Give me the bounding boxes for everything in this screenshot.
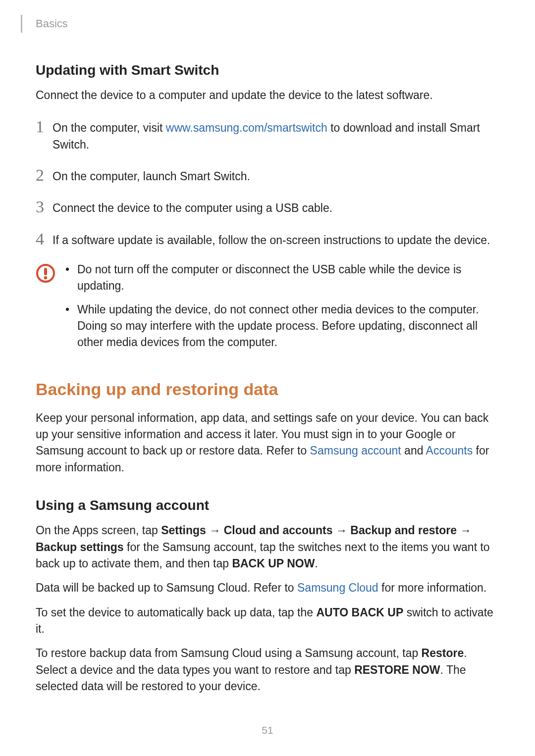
- t: On the Apps screen, tap: [36, 524, 161, 537]
- step-text: If a software update is available, follo…: [53, 230, 490, 249]
- cloud-accounts-label: Cloud and accounts: [224, 524, 333, 537]
- step-number: 4: [36, 230, 53, 248]
- caution-list: • Do not turn off the computer or discon…: [65, 261, 499, 358]
- page-content: Basics Updating with Smart Switch Connec…: [0, 0, 535, 695]
- samsung-account-link[interactable]: Samsung account: [310, 444, 401, 457]
- t: →: [457, 524, 471, 537]
- header-tick: [21, 15, 22, 33]
- settings-label: Settings: [161, 524, 206, 537]
- step-text: On the computer, launch Smart Switch.: [53, 166, 250, 185]
- t: To restore backup data from Samsung Clou…: [36, 647, 422, 659]
- steps-list: 1 On the computer, visit www.samsung.com…: [36, 117, 499, 249]
- step-1-pre: On the computer, visit: [53, 121, 166, 134]
- step-3: 3 Connect the device to the computer usi…: [36, 198, 499, 216]
- step-2: 2 On the computer, launch Smart Switch.: [36, 166, 499, 185]
- samsung-p3: To set the device to automatically back …: [36, 605, 499, 638]
- samsung-p1: On the Apps screen, tap Settings → Cloud…: [36, 522, 499, 572]
- subheading-smart-switch: Updating with Smart Switch: [36, 62, 499, 78]
- auto-back-up-label: AUTO BACK UP: [316, 606, 403, 619]
- breadcrumb: Basics: [36, 17, 68, 30]
- step-text: Connect the device to the computer using…: [53, 198, 332, 216]
- restore-now-label: RESTORE NOW: [354, 663, 440, 676]
- bullet-icon: •: [65, 302, 77, 318]
- t: and: [401, 444, 426, 457]
- backup-settings-label: Backup settings: [36, 541, 124, 554]
- svg-rect-1: [44, 268, 47, 275]
- section-heading-backup: Backing up and restoring data: [36, 380, 499, 399]
- step-number: 3: [36, 198, 53, 216]
- accounts-link[interactable]: Accounts: [426, 444, 473, 457]
- backup-intro: Keep your personal information, app data…: [36, 410, 499, 476]
- page-number: 51: [0, 724, 535, 736]
- t: To set the device to automatically back …: [36, 606, 316, 619]
- backup-restore-label: Backup and restore: [350, 524, 457, 537]
- t: .: [315, 557, 318, 570]
- page-header: Basics: [36, 15, 499, 33]
- t: →: [332, 524, 350, 537]
- bullet-icon: •: [65, 261, 77, 278]
- t: Data will be backed up to Samsung Cloud.…: [36, 581, 297, 594]
- caution-bullet-1: • Do not turn off the computer or discon…: [65, 261, 499, 295]
- samsung-p4: To restore backup data from Samsung Clou…: [36, 645, 499, 695]
- svg-point-2: [44, 276, 47, 279]
- samsung-cloud-link[interactable]: Samsung Cloud: [297, 581, 378, 594]
- intro-text: Connect the device to a computer and upd…: [36, 87, 499, 103]
- bullet-text: Do not turn off the computer or disconne…: [77, 261, 499, 295]
- bullet-text: While updating the device, do not connec…: [77, 302, 499, 351]
- caution-bullet-2: • While updating the device, do not conn…: [65, 302, 499, 351]
- step-number: 1: [36, 117, 53, 136]
- step-number: 2: [36, 166, 53, 184]
- step-4: 4 If a software update is available, fol…: [36, 230, 499, 249]
- t: →: [206, 524, 224, 537]
- caution-block: • Do not turn off the computer or discon…: [36, 261, 499, 358]
- step-1: 1 On the computer, visit www.samsung.com…: [36, 117, 499, 153]
- subheading-samsung-account: Using a Samsung account: [36, 498, 499, 513]
- back-up-now-label: BACK UP NOW: [232, 557, 315, 570]
- smartswitch-link[interactable]: www.samsung.com/smartswitch: [166, 121, 327, 134]
- restore-label: Restore: [422, 647, 464, 659]
- samsung-p2: Data will be backed up to Samsung Cloud.…: [36, 580, 499, 596]
- caution-icon: [36, 263, 59, 285]
- t: for more information.: [378, 581, 487, 594]
- step-text: On the computer, visit www.samsung.com/s…: [53, 117, 499, 153]
